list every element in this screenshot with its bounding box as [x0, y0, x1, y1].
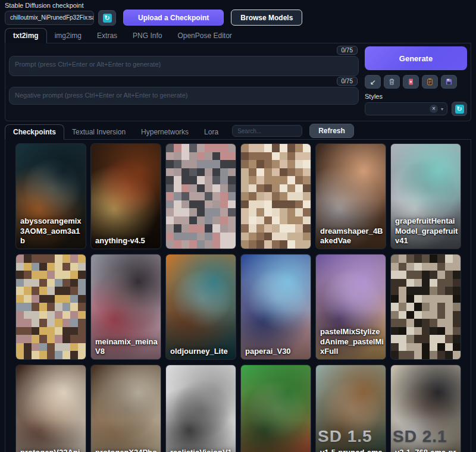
prompt-token-counter: 0/75 — [337, 46, 358, 55]
checkpoint-card[interactable]: paperai_V30 — [240, 254, 311, 360]
clear-prompt-button[interactable] — [384, 75, 400, 89]
checkpoint-name: anything-v4.5 — [95, 236, 159, 246]
checkpoint-group: Stable Diffusion checkpoint chilloutmix_… — [5, 2, 116, 26]
checkpoint-name: meinamix_meinaV8 — [95, 337, 159, 357]
tab-txt2img[interactable]: txt2img — [5, 28, 47, 43]
checkpoint-card[interactable]: protogenX34Photorealism_1 — [90, 365, 161, 452]
checkpoint-card[interactable]: oldjourney_Lite — [165, 254, 236, 360]
checkpoint-card[interactable]: pastelMixStylizedAnime_pastelMixFull — [315, 254, 386, 360]
tab-img2img[interactable]: img2img — [47, 29, 89, 43]
styles-label: Styles — [365, 93, 467, 100]
prompt-column: 0/75 0/75 — [9, 45, 359, 116]
checkpoint-name: protogenX34Photorealism_1 — [95, 448, 159, 452]
tab-textual-inversion[interactable]: Textual Inversion — [64, 125, 133, 139]
generate-button[interactable]: Generate — [365, 46, 467, 70]
checkpoint-card[interactable]: SD 2.1v2-1_768-ema-pruned — [390, 365, 461, 452]
checkpoint-card[interactable]: realisticVisionV13_v13 — [165, 365, 236, 452]
checkpoint-card[interactable]: abyssorangemix3AOM3_aom3a1b — [15, 143, 86, 249]
negative-token-counter: 0/75 — [337, 77, 358, 86]
checkpoint-dropdown-value: chilloutmix_NiPrunedFp32Fix.safeter — [10, 14, 94, 21]
label-shade — [241, 420, 311, 452]
checkpoint-name: dreamshaper_4BakedVae — [320, 227, 384, 246]
prompt-counter-row: 0/75 — [10, 46, 358, 55]
checkpoint-card[interactable]: meinamix_meinaV8 — [90, 254, 161, 360]
tab-openpose-editor[interactable]: OpenPose Editor — [170, 29, 239, 43]
checkpoint-thumbnail — [241, 144, 311, 249]
checkpoint-card[interactable] — [15, 254, 86, 360]
upload-checkpoint-button[interactable]: Upload a Checkpoint — [123, 10, 224, 26]
styles-row: × ▾ ↻ — [365, 102, 467, 116]
tab-lora[interactable]: Lora — [196, 125, 226, 139]
search-input[interactable] — [232, 125, 302, 137]
checkpoint-dropdown[interactable]: chilloutmix_NiPrunedFp32Fix.safeter ▾ — [5, 11, 94, 25]
checkpoint-grid: abyssorangemix3AOM3_aom3a1banything-v4.5… — [15, 143, 471, 452]
styles-dropdown[interactable]: × ▾ — [365, 102, 447, 115]
checkpoint-card[interactable]: SD 1.5v1-5-pruned-emaonly — [315, 365, 386, 452]
checkpoint-name: realisticVisionV13_v13 — [170, 448, 234, 452]
prompt-tool-bar: ↙ — [365, 75, 467, 89]
checkpoint-name: v1-5-pruned-emaonly — [320, 448, 384, 452]
checkpoint-name: protogenV22Anime_22 — [20, 448, 84, 452]
clipboard-icon — [426, 78, 434, 86]
checkpoint-name: v2-1_768-ema-pruned — [395, 448, 459, 452]
checkpoint-name: abyssorangemix3AOM3_aom3a1b — [20, 216, 84, 246]
checkpoint-card[interactable]: anything-v4.5 — [90, 143, 161, 249]
checkpoint-thumbnail — [166, 144, 236, 249]
save-style-button[interactable] — [441, 75, 457, 89]
refresh-icon: ↻ — [455, 105, 464, 114]
main-tab-bar: txt2imgimg2imgExtrasPNG InfoOpenPose Edi… — [5, 28, 471, 43]
checkpoint-label: Stable Diffusion checkpoint — [5, 2, 116, 9]
refresh-icon: ↻ — [103, 14, 112, 23]
tab-extras[interactable]: Extras — [89, 29, 125, 43]
checkpoint-card[interactable]: revAnimated_v11 — [240, 365, 311, 452]
browser-tab-bar: CheckpointsTextual InversionHypernetwork… — [5, 124, 471, 140]
negative-counter-row: 0/75 — [10, 77, 358, 86]
card-icon — [407, 78, 415, 86]
chevron-down-icon: ▾ — [88, 11, 90, 24]
browse-models-button[interactable]: Browse Models — [231, 10, 302, 26]
checkpoint-header: Stable Diffusion checkpoint chilloutmix_… — [5, 2, 471, 26]
checkpoint-card[interactable] — [390, 254, 461, 360]
checkpoint-thumbnail — [391, 255, 461, 359]
checkpoint-card[interactable]: dreamshaper_4BakedVae — [315, 143, 386, 249]
refresh-styles-button[interactable]: ↻ — [452, 102, 467, 116]
checkpoint-name: grapefruitHentaiModel_grapefruitv41 — [395, 216, 459, 246]
checkpoint-row: chilloutmix_NiPrunedFp32Fix.safeter ▾ ↻ — [5, 10, 116, 26]
refresh-models-button[interactable]: Refresh — [309, 124, 354, 138]
generate-column: Generate ↙ Styles × ▾ ↻ — [365, 45, 467, 116]
checkpoint-name: pastelMixStylizedAnime_pastelMixFull — [320, 327, 384, 357]
checkpoint-thumbnail — [16, 255, 86, 359]
checkpoint-grid-panel: abyssorangemix3AOM3_aom3a1banything-v4.5… — [5, 140, 471, 452]
chevron-down-icon: ▾ — [441, 106, 443, 112]
prompt-input[interactable] — [9, 56, 359, 76]
checkpoint-card[interactable]: grapefruitHentaiModel_grapefruitv41 — [390, 143, 461, 249]
checkpoint-name: paperai_V30 — [245, 347, 309, 357]
checkpoint-card[interactable] — [240, 143, 311, 249]
tab-hypernetworks[interactable]: Hypernetworks — [133, 125, 196, 139]
arrow-down-left-icon: ↙ — [369, 78, 377, 86]
clear-styles-icon[interactable]: × — [430, 105, 438, 113]
trash-icon — [388, 78, 396, 86]
refresh-checkpoints-button[interactable]: ↻ — [98, 10, 116, 26]
app-root: Stable Diffusion checkpoint chilloutmix_… — [0, 0, 476, 452]
paste-generation-params-button[interactable]: ↙ — [365, 75, 381, 89]
checkpoint-card[interactable] — [165, 143, 236, 249]
tab-checkpoints[interactable]: Checkpoints — [5, 124, 64, 140]
browser-tabs: CheckpointsTextual InversionHypernetwork… — [5, 124, 226, 139]
txt2img-panel: 0/75 0/75 Generate ↙ Styles × ▾ ↻ — [5, 43, 471, 121]
save-icon — [445, 78, 453, 86]
extra-networks-button[interactable] — [403, 75, 419, 89]
checkpoint-card[interactable]: protogenV22Anime_22 — [15, 365, 86, 452]
apply-selected-style-button[interactable] — [422, 75, 438, 89]
negative-prompt-input[interactable] — [9, 87, 359, 105]
tab-png-info[interactable]: PNG Info — [125, 29, 170, 43]
checkpoint-name: oldjourney_Lite — [170, 347, 234, 357]
